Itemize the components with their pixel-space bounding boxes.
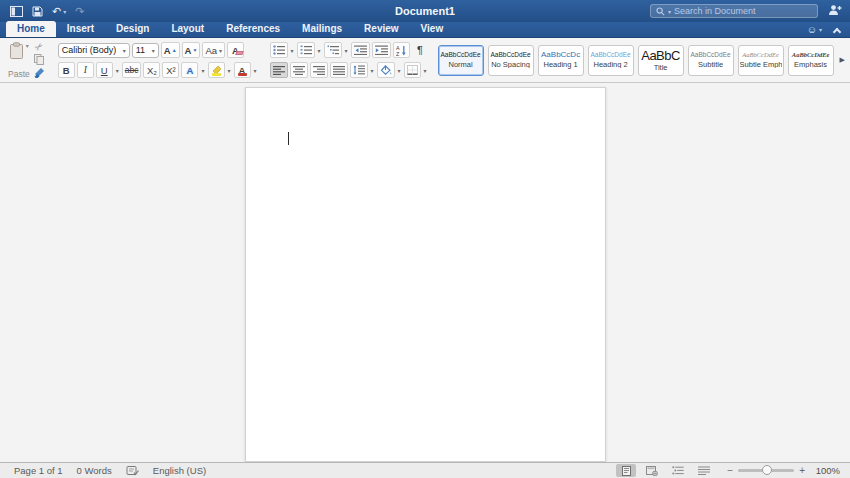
shrink-font-icon: ▼	[192, 47, 197, 53]
tab-review[interactable]: Review	[353, 21, 409, 37]
font-color-button[interactable]: A	[234, 62, 251, 78]
style-subtle-emphasis[interactable]: AaBbCcDdEe Subtle Emph...	[738, 45, 784, 76]
underline-caret-icon[interactable]: ▾	[116, 67, 119, 74]
style-label: Heading 1	[543, 61, 577, 69]
styles-gallery: AaBbCcDdEe Normal AaBbCcDdEe No Spacing …	[436, 38, 849, 82]
font-name-value: Calibri (Body)	[62, 45, 117, 55]
grow-font-label: A	[164, 45, 171, 56]
shrink-font-button[interactable]: A▼	[182, 42, 201, 58]
borders-caret-icon[interactable]: ▾	[424, 67, 427, 74]
zoom-out-button[interactable]: −	[727, 465, 733, 476]
outline-view-button[interactable]	[668, 464, 688, 477]
align-center-button[interactable]	[290, 62, 308, 78]
line-spacing-button[interactable]	[350, 62, 368, 78]
justify-button[interactable]	[330, 62, 348, 78]
text-effects-button[interactable]: A	[181, 62, 198, 78]
increase-indent-button[interactable]	[372, 42, 391, 58]
copy-icon[interactable]	[34, 54, 44, 65]
font-name-caret-icon: ▾	[123, 47, 126, 54]
borders-button[interactable]	[404, 62, 421, 78]
save-icon[interactable]	[32, 6, 43, 17]
zoom-slider[interactable]	[738, 469, 794, 472]
numbering-button[interactable]	[297, 42, 315, 58]
sort-button[interactable]: AZ	[393, 42, 410, 58]
bullets-button[interactable]	[270, 42, 288, 58]
font-color-caret-icon[interactable]: ▾	[254, 67, 257, 74]
zoom-in-button[interactable]: +	[799, 465, 805, 476]
draft-view-button[interactable]	[694, 464, 714, 477]
zoom-percentage[interactable]: 100%	[810, 465, 840, 476]
page-indicator[interactable]: Page 1 of 1	[14, 465, 63, 476]
clipboard-group: ▾ Paste ✂	[0, 38, 51, 82]
line-spacing-caret-icon[interactable]: ▾	[371, 67, 374, 74]
tabrow-right-controls: ☺ ▾	[807, 25, 840, 35]
font-name-combo[interactable]: Calibri (Body) ▾	[58, 43, 130, 58]
cut-icon[interactable]: ✂	[33, 40, 46, 53]
proofing-status-icon[interactable]	[126, 465, 139, 476]
style-subtitle[interactable]: AaBbCcDdEe Subtitle	[688, 45, 734, 76]
style-preview: AaBbCcDdEe	[591, 52, 631, 59]
search-scope-caret-icon[interactable]: ▾	[668, 8, 671, 15]
undo-caret-icon[interactable]: ▾	[63, 8, 66, 15]
tab-references[interactable]: References	[215, 21, 291, 37]
zoom-slider-thumb[interactable]	[762, 465, 772, 475]
undo-button[interactable]: ↶ ▾	[52, 6, 66, 17]
shading-button[interactable]	[377, 62, 395, 78]
italic-button[interactable]: I	[77, 62, 94, 78]
tab-layout[interactable]: Layout	[160, 21, 215, 37]
multilevel-list-button[interactable]	[324, 42, 342, 58]
collapse-ribbon-icon[interactable]	[833, 27, 841, 35]
align-right-button[interactable]	[310, 62, 328, 78]
clipboard-small-buttons: ✂	[32, 41, 47, 79]
subscript-button[interactable]: X₂	[143, 62, 160, 78]
style-title[interactable]: AaBbC Title	[638, 45, 684, 76]
window-proxy-icon[interactable]	[10, 6, 23, 17]
feedback-button[interactable]: ☺ ▾	[807, 25, 822, 35]
style-no-spacing[interactable]: AaBbCcDdEe No Spacing	[488, 45, 534, 76]
highlight-caret-icon[interactable]: ▾	[228, 67, 231, 74]
tab-home[interactable]: Home	[6, 21, 56, 37]
web-layout-view-button[interactable]	[642, 464, 662, 477]
share-button[interactable]	[828, 4, 842, 16]
strikethrough-button[interactable]: abc	[122, 62, 142, 78]
superscript-button[interactable]: X²	[162, 62, 179, 78]
change-case-label: Aa	[205, 45, 217, 56]
redo-icon[interactable]: ↷	[75, 6, 84, 17]
grow-font-button[interactable]: A▲	[161, 42, 180, 58]
paste-caret-icon[interactable]: ▾	[26, 42, 29, 49]
shrink-font-label: A	[185, 45, 192, 56]
numbering-caret-icon[interactable]: ▾	[318, 47, 321, 54]
highlight-button[interactable]	[208, 62, 225, 78]
search-input[interactable]: ▾ Search in Document	[650, 4, 818, 18]
tab-view[interactable]: View	[410, 21, 455, 37]
change-case-button[interactable]: Aa▾	[202, 42, 225, 58]
style-emphasis[interactable]: AaBbCcDdEe Emphasis	[788, 45, 834, 76]
tab-mailings[interactable]: Mailings	[291, 21, 353, 37]
style-normal[interactable]: AaBbCcDdEe Normal	[438, 45, 484, 76]
text-effects-caret-icon[interactable]: ▾	[201, 67, 204, 74]
bullets-caret-icon[interactable]: ▾	[291, 47, 294, 54]
style-heading-2[interactable]: AaBbCcDdEe Heading 2	[588, 45, 634, 76]
shading-caret-icon[interactable]: ▾	[398, 67, 401, 74]
align-left-button[interactable]	[270, 62, 288, 78]
format-painter-icon[interactable]	[34, 67, 45, 78]
decrease-indent-button[interactable]	[351, 42, 370, 58]
show-paragraph-marks-button[interactable]: ¶	[412, 42, 429, 58]
tab-design[interactable]: Design	[105, 21, 160, 37]
styles-gallery-more-icon[interactable]: ▶	[838, 56, 847, 64]
word-window: ↶ ▾ ↷ Document1 ▾ Search in Document Hom…	[0, 0, 850, 478]
tab-insert[interactable]: Insert	[56, 21, 105, 37]
word-count[interactable]: 0 Words	[77, 465, 112, 476]
paste-button[interactable]: ▾ Paste	[4, 41, 32, 79]
document-page[interactable]	[245, 87, 606, 462]
style-preview: AaBbCcDdEe	[742, 52, 778, 59]
multilevel-caret-icon[interactable]: ▾	[345, 47, 348, 54]
font-size-combo[interactable]: 11 ▾	[132, 43, 159, 58]
language-indicator[interactable]: English (US)	[153, 465, 206, 476]
print-layout-view-button[interactable]	[616, 464, 636, 477]
bold-button[interactable]: B	[58, 62, 75, 78]
underline-button[interactable]: U	[96, 62, 113, 78]
style-heading-1[interactable]: AaBbCcDc Heading 1	[538, 45, 584, 76]
document-area[interactable]	[0, 83, 850, 462]
clear-formatting-button[interactable]: A	[227, 42, 244, 58]
